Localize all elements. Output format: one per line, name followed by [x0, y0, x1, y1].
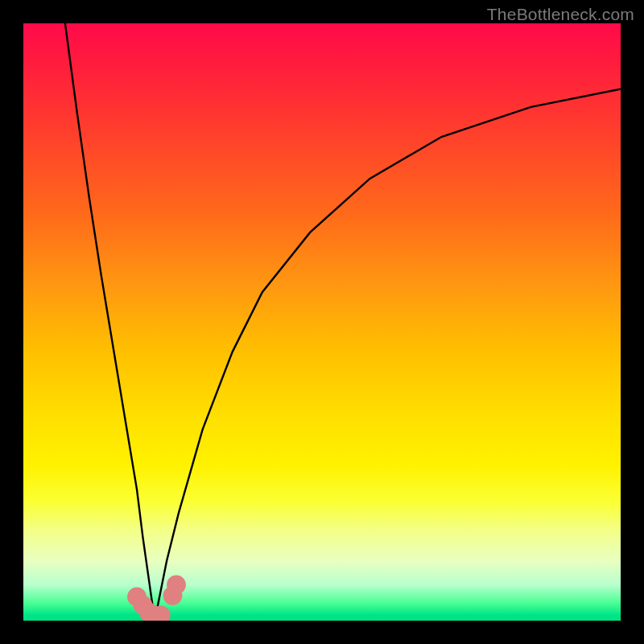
curve-layer — [23, 23, 621, 621]
watermark-text: TheBottleneck.com — [487, 5, 634, 24]
chart-frame: TheBottleneck.com — [0, 0, 644, 644]
curve-left-branch — [65, 23, 155, 621]
marker-group — [127, 576, 186, 621]
data-marker — [167, 576, 186, 595]
plot-area — [23, 23, 621, 621]
curve-right-branch — [155, 89, 621, 621]
